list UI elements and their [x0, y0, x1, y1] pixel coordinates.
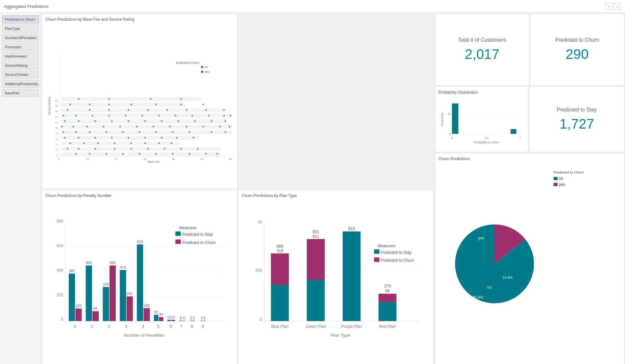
- sidebar-item-predicted-to-churn[interactable]: Predicted to Churn: [2, 15, 39, 23]
- svg-text:40: 40: [172, 158, 175, 160]
- svg-text:0: 0: [260, 317, 262, 322]
- sidebar-item-servicetickets[interactable]: ServiceTickets: [2, 71, 39, 79]
- svg-point-122: [205, 109, 207, 111]
- churn-predictions-title: Churn Predictions: [438, 157, 621, 161]
- sidebar: Predicted to Churn PlanType NumberOfPena…: [0, 13, 41, 364]
- svg-text:Service Rating: Service Rating: [48, 97, 51, 115]
- svg-text:50: 50: [200, 158, 203, 160]
- sidebar-item-numberofpenalties[interactable]: NumberOfPenalties: [2, 34, 39, 42]
- svg-text:831: 831: [312, 230, 319, 234]
- nav-next[interactable]: ›: [614, 3, 621, 10]
- svg-text:yes: yes: [478, 236, 485, 240]
- svg-point-66: [161, 137, 162, 138]
- svg-text:2: 2: [204, 316, 206, 320]
- svg-rect-153: [75, 308, 82, 321]
- svg-text:0: 0: [59, 158, 60, 160]
- svg-point-111: [191, 115, 193, 116]
- svg-point-58: [158, 142, 160, 144]
- svg-text:10: 10: [87, 158, 89, 160]
- svg-point-68: [193, 137, 194, 138]
- svg-point-119: [147, 109, 149, 111]
- legend-yes-label: yes: [559, 182, 565, 187]
- svg-text:Predicted to Stay: Predicted to Stay: [182, 232, 213, 237]
- svg-point-128: [155, 104, 157, 105]
- svg-point-57: [144, 142, 146, 144]
- sidebar-item-hasrenewed[interactable]: HasRenewed: [2, 52, 39, 60]
- svg-point-116: [89, 109, 90, 111]
- svg-point-139: [201, 71, 203, 73]
- svg-point-98: [161, 120, 162, 122]
- svg-point-49: [163, 148, 165, 150]
- churn-predictions-panel: Churn Predictions y: [435, 153, 624, 364]
- nav-prev[interactable]: ‹: [605, 3, 612, 10]
- svg-text:Plan Type: Plan Type: [330, 333, 350, 338]
- svg-point-74: [139, 131, 140, 133]
- svg-rect-187: [182, 321, 185, 321]
- svg-point-109: [158, 115, 160, 116]
- svg-point-126: [108, 104, 110, 105]
- svg-text:103: 103: [76, 304, 82, 308]
- svg-rect-202: [175, 231, 181, 236]
- svg-text:800: 800: [57, 219, 63, 223]
- svg-point-100: [194, 120, 196, 122]
- sidebar-item-basefee[interactable]: BaseFee: [2, 89, 39, 97]
- svg-text:no: no: [205, 65, 208, 69]
- svg-rect-237: [374, 257, 379, 262]
- svg-point-105: [92, 115, 93, 116]
- svg-point-76: [172, 131, 174, 133]
- svg-rect-246: [452, 104, 458, 134]
- sidebar-item-additionalfeature[interactable]: AdditionalFeatureSp...: [2, 80, 39, 88]
- svg-point-89: [202, 126, 204, 128]
- svg-point-62: [94, 137, 96, 138]
- svg-point-50: [180, 148, 182, 150]
- svg-text:yes: yes: [205, 70, 209, 73]
- sidebar-item-servicerating[interactable]: ServiceRating: [2, 61, 39, 69]
- svg-rect-26: [61, 130, 232, 134]
- svg-text:0: 0: [57, 154, 58, 157]
- svg-point-110: [175, 115, 176, 116]
- svg-text:5: 5: [183, 316, 185, 320]
- svg-point-108: [141, 115, 143, 116]
- svg-rect-230: [378, 294, 396, 302]
- sidebar-item-promotion[interactable]: Promotion: [2, 43, 39, 51]
- svg-text:85.6%: 85.6%: [473, 295, 483, 299]
- bar-penalty-svg: 0 200 400 600 800 387 103 0 449: [45, 201, 234, 361]
- bar-plan-panel: Churn Predictions by Plan Type 0 500 1k …: [238, 190, 434, 364]
- svg-point-93: [78, 120, 80, 122]
- svg-point-118: [128, 109, 129, 111]
- prob-dist-title: Probability Distribution: [438, 90, 525, 95]
- svg-text:318: 318: [276, 248, 283, 253]
- svg-text:1k: 1k: [448, 112, 451, 115]
- svg-point-103: [63, 115, 64, 116]
- sidebar-item-plantype[interactable]: PlanType: [2, 25, 39, 33]
- svg-point-72: [106, 131, 107, 133]
- svg-text:52: 52: [154, 310, 158, 314]
- svg-point-63: [111, 137, 113, 138]
- svg-text:622: 622: [137, 240, 143, 244]
- svg-rect-235: [374, 249, 379, 254]
- svg-point-106: [108, 115, 110, 116]
- svg-point-51: [197, 148, 199, 150]
- prob-dist-svg: Frequency 1k 0 0 0.5 1 Probability to: [438, 97, 525, 148]
- svg-text:400: 400: [57, 268, 63, 273]
- svg-rect-186: [179, 321, 182, 321]
- svg-text:6: 6: [170, 324, 172, 328]
- svg-text:275: 275: [103, 282, 109, 286]
- scatter-panel: Churn Predictions by Base Fee and Servic…: [42, 13, 238, 189]
- svg-point-39: [172, 153, 174, 155]
- predicted-churn-label: Predicted to Churn: [555, 37, 599, 43]
- svg-point-95: [111, 120, 113, 122]
- svg-text:Base Fee: Base Fee: [147, 160, 159, 163]
- svg-point-94: [94, 120, 96, 122]
- svg-point-101: [211, 120, 213, 122]
- svg-text:449: 449: [86, 261, 92, 265]
- svg-point-47: [130, 148, 132, 150]
- svg-text:81: 81: [94, 306, 98, 310]
- svg-point-35: [106, 153, 107, 155]
- kpi-row: Total # of Customers 2,017 Predicted to …: [435, 13, 624, 86]
- svg-point-134: [180, 98, 182, 100]
- svg-point-44: [78, 148, 80, 150]
- predicted-churn-value: 290: [565, 46, 588, 62]
- svg-point-48: [147, 148, 149, 150]
- svg-rect-191: [190, 321, 192, 321]
